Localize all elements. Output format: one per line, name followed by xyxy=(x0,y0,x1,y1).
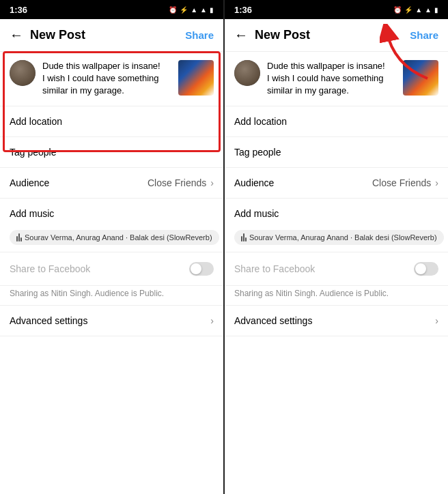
signal-icon: ▲ xyxy=(191,6,197,14)
audience-right-left: Close Friends › xyxy=(148,177,214,188)
back-button-left[interactable]: ← xyxy=(10,27,23,43)
toggle-knob-right xyxy=(415,263,426,274)
chevron-icon-advanced-left: › xyxy=(210,315,214,326)
post-main-text-right: Dude this wallpaper is insane! xyxy=(267,60,396,72)
wifi-icon: ▲ xyxy=(200,6,207,14)
header-left: ← New Post Share xyxy=(0,19,223,52)
post-text-left: Dude this wallpaper is insane! I wish I … xyxy=(42,60,171,98)
bluetooth-icon-right: ⚡ xyxy=(404,6,412,14)
battery-icon-right: ▮ xyxy=(434,6,438,14)
status-bar-right: 1:36 ⏰ ⚡ ▲ ▲ ▮ xyxy=(225,0,448,19)
sharing-note-left: Sharing as Nitin Singh. Audience is Publ… xyxy=(0,286,223,306)
page-title-left: New Post xyxy=(30,28,185,42)
advanced-settings-right[interactable]: Advanced settings › xyxy=(225,306,448,336)
post-thumbnail-right xyxy=(403,60,438,96)
bluetooth-icon: ⚡ xyxy=(180,6,188,14)
back-button-right[interactable]: ← xyxy=(234,27,248,43)
music-bar-right: Sourav Verma, Anurag Anand · Balak desi … xyxy=(225,223,448,252)
status-icons-right: ⏰ ⚡ ▲ ▲ ▮ xyxy=(393,6,438,14)
add-music-left[interactable]: Add music xyxy=(0,199,223,223)
tag-people-right[interactable]: Tag people xyxy=(225,137,448,168)
tag-people-left[interactable]: Tag people xyxy=(0,137,223,168)
post-section-right: Dude this wallpaper is insane! I wish I … xyxy=(225,52,448,106)
facebook-toggle-right[interactable] xyxy=(414,262,438,276)
share-facebook-left[interactable]: Share to Facebook xyxy=(0,252,223,286)
content-left: Dude this wallpaper is insane! I wish I … xyxy=(0,52,223,494)
music-scroll-right: Sourav Verma, Anurag Anand · Balak desi … xyxy=(225,230,448,245)
audience-left[interactable]: Audience Close Friends › xyxy=(0,168,223,199)
share-button-left[interactable]: Share xyxy=(185,29,214,41)
right-phone-panel: 1:36 ⏰ ⚡ ▲ ▲ ▮ ← New Post Share Dude thi… xyxy=(225,0,448,494)
status-time-left: 1:36 xyxy=(10,5,27,15)
post-sub-text-left: I wish I could have something similar in… xyxy=(42,72,171,97)
chevron-icon-advanced-right: › xyxy=(435,315,438,326)
avatar-image-left xyxy=(10,60,36,86)
music-bar-left: Sourav Verma, Anurag Anand · Balak desi … xyxy=(0,223,223,252)
audience-right[interactable]: Audience Close Friends › xyxy=(225,168,448,199)
add-location-left[interactable]: Add location xyxy=(0,106,223,137)
chevron-icon-audience-right: › xyxy=(435,177,438,188)
thumbnail-image-left xyxy=(178,60,214,96)
avatar-image-right xyxy=(234,60,260,86)
header-right: ← New Post Share xyxy=(225,19,448,52)
add-location-right[interactable]: Add location xyxy=(225,106,448,137)
music-chip-1-right[interactable]: Sourav Verma, Anurag Anand · Balak desi … xyxy=(234,230,444,245)
add-music-right[interactable]: Add music xyxy=(225,199,448,223)
status-time-right: 1:36 xyxy=(234,5,252,15)
share-button-right[interactable]: Share xyxy=(410,29,438,41)
wifi-icon-right: ▲ xyxy=(425,6,432,14)
post-main-text-left: Dude this wallpaper is insane! xyxy=(42,60,171,72)
content-right: Dude this wallpaper is insane! I wish I … xyxy=(225,52,448,494)
left-phone-panel: 1:36 ⏰ ⚡ ▲ ▲ ▮ ← New Post Share Dude thi… xyxy=(0,0,223,494)
avatar-left xyxy=(10,60,36,86)
facebook-toggle-left[interactable] xyxy=(189,262,214,276)
thumbnail-image-right xyxy=(403,60,438,96)
advanced-settings-left[interactable]: Advanced settings › xyxy=(0,306,223,336)
music-bars-icon-right xyxy=(241,233,247,242)
music-scroll-left: Sourav Verma, Anurag Anand · Balak desi … xyxy=(0,230,223,245)
post-section-left: Dude this wallpaper is insane! I wish I … xyxy=(0,52,223,106)
post-text-right: Dude this wallpaper is insane! I wish I … xyxy=(267,60,396,98)
chevron-icon-audience-left: › xyxy=(210,177,214,188)
battery-icon: ▮ xyxy=(210,6,214,14)
post-sub-text-right: I wish I could have something similar in… xyxy=(267,72,396,97)
signal-icon-right: ▲ xyxy=(415,6,422,14)
status-bar-left: 1:36 ⏰ ⚡ ▲ ▲ ▮ xyxy=(0,0,223,19)
sharing-note-right: Sharing as Nitin Singh. Audience is Publ… xyxy=(225,286,448,306)
audience-right-right: Close Friends › xyxy=(372,177,438,188)
status-icons-left: ⏰ ⚡ ▲ ▲ ▮ xyxy=(169,6,214,14)
alarm-icon-right: ⏰ xyxy=(393,6,402,14)
share-facebook-right[interactable]: Share to Facebook xyxy=(225,252,448,286)
avatar-right xyxy=(234,60,260,86)
toggle-knob-left xyxy=(191,263,201,274)
alarm-icon: ⏰ xyxy=(169,6,177,14)
music-chip-1-left[interactable]: Sourav Verma, Anurag Anand · Balak desi … xyxy=(10,230,219,245)
page-title-right: New Post xyxy=(255,28,410,42)
post-thumbnail-left xyxy=(178,60,214,96)
music-bars-icon-left xyxy=(16,233,22,242)
